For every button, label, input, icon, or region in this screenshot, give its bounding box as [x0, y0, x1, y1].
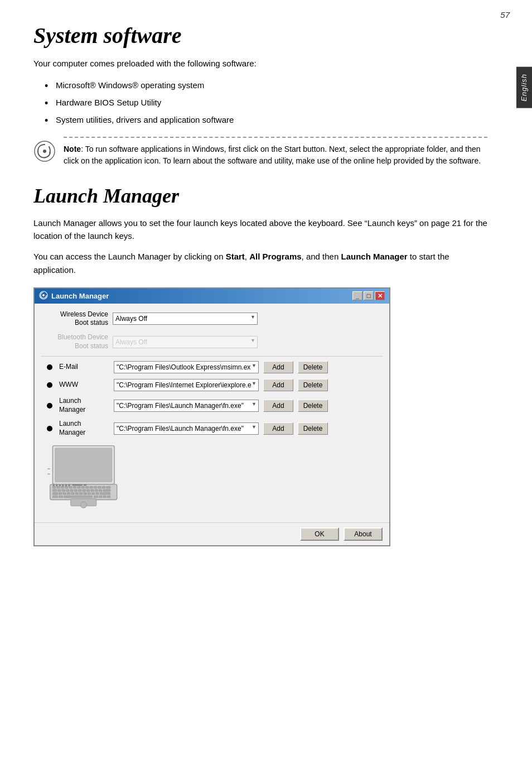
svg-rect-24: [66, 489, 69, 492]
email-add-button[interactable]: Add: [263, 361, 293, 373]
svg-rect-50: [99, 496, 102, 498]
svg-rect-34: [52, 492, 57, 494]
svg-rect-27: [79, 489, 82, 492]
svg-rect-33: [103, 489, 110, 492]
svg-rect-46: [52, 496, 57, 498]
svg-point-1: [43, 150, 46, 153]
www-add-button[interactable]: Add: [263, 379, 293, 391]
launch2-select-wrapper[interactable]: "C:\Program Files\Launch Manager\fn.exe": [114, 422, 259, 435]
launch-manager-para2: You can access the Launch Manager by cli…: [33, 250, 487, 276]
www-bullet: [47, 382, 52, 388]
bluetooth-select-wrapper: Always Off: [113, 336, 258, 348]
svg-rect-11: [69, 486, 72, 488]
launch1-select-wrapper[interactable]: "C:\Program Files\Launch Manager\fn.exe": [114, 400, 259, 412]
svg-rect-45: [100, 492, 110, 494]
email-select[interactable]: "C:\Program Files\Outlook Express\msimn.…: [114, 361, 259, 373]
note-icon: [33, 140, 56, 162]
www-row: WWW "C:\Program Files\Internet Explorer\…: [41, 379, 383, 391]
launch1-label: Launch Manager: [59, 397, 109, 414]
minimize-button[interactable]: _: [352, 291, 362, 300]
window-controls[interactable]: _ □ ✕: [352, 291, 385, 300]
laptop-illustration: [41, 443, 383, 510]
maximize-button[interactable]: □: [364, 291, 374, 300]
www-select[interactable]: "C:\Program Files\Internet Explorer\iexp…: [114, 379, 259, 391]
svg-rect-52: [107, 496, 110, 498]
language-tab: English: [516, 67, 532, 108]
svg-rect-35: [59, 492, 62, 494]
svg-point-54: [80, 502, 86, 508]
svg-point-56: [56, 484, 58, 486]
titlebar: Launch Manager _ □ ✕: [35, 289, 389, 304]
wireless-select-wrapper[interactable]: Always Off: [113, 313, 258, 325]
svg-rect-9: [61, 486, 64, 488]
email-select-wrapper[interactable]: "C:\Program Files\Outlook Express\msimn.…: [114, 361, 259, 373]
launch2-label: Launch Manager: [59, 420, 109, 437]
main-content: System software Your computer comes prel…: [33, 22, 487, 546]
svg-rect-62: [84, 484, 87, 486]
title-left: Launch Manager: [39, 291, 109, 301]
svg-rect-40: [79, 492, 83, 494]
close-button[interactable]: ✕: [375, 291, 385, 300]
launch2-delete-button[interactable]: Delete: [298, 422, 328, 435]
note-box: Note: To run software applications in Wi…: [33, 137, 487, 167]
svg-rect-43: [92, 492, 95, 494]
svg-rect-38: [71, 492, 75, 494]
svg-point-57: [59, 484, 61, 486]
svg-rect-20: [106, 486, 110, 488]
about-button[interactable]: About: [344, 527, 383, 541]
bluetooth-label: Bluetooth DeviceBoot status: [41, 333, 108, 350]
note-body: : To run software applications in Window…: [64, 145, 481, 166]
www-delete-button[interactable]: Delete: [298, 379, 328, 391]
page-number: 57: [500, 10, 510, 20]
svg-rect-36: [63, 492, 66, 494]
launch2-row: Launch Manager "C:\Program Files\Launch …: [41, 420, 383, 437]
svg-rect-37: [67, 492, 70, 494]
note-content: Note: To run software applications in Wi…: [64, 137, 487, 167]
svg-rect-26: [74, 489, 78, 492]
svg-rect-19: [102, 486, 105, 488]
svg-rect-23: [62, 489, 65, 492]
note-label: Note: [64, 145, 81, 153]
list-item: Hardware BIOS Setup Utility: [45, 97, 487, 108]
svg-rect-25: [70, 489, 74, 492]
email-label: E-Mail: [59, 363, 109, 372]
email-row: E-Mail "C:\Program Files\Outlook Express…: [41, 361, 383, 373]
svg-rect-17: [94, 486, 97, 488]
www-select-wrapper[interactable]: "C:\Program Files\Internet Explorer\iexp…: [114, 379, 259, 391]
list-item: System utilities, drivers and applicatio…: [45, 114, 487, 126]
launch1-select[interactable]: "C:\Program Files\Launch Manager\fn.exe": [114, 400, 259, 412]
svg-rect-61: [72, 484, 82, 486]
launch1-add-button[interactable]: Add: [263, 400, 293, 412]
list-item: Microsoft® Windows® operating system: [45, 79, 487, 91]
svg-rect-10: [65, 486, 69, 488]
svg-rect-32: [99, 489, 102, 492]
window-icon: [39, 291, 48, 301]
svg-rect-48: [64, 496, 93, 498]
svg-rect-28: [83, 489, 86, 492]
email-delete-button[interactable]: Delete: [298, 361, 328, 373]
wireless-select[interactable]: Always Off: [113, 313, 258, 325]
svg-rect-39: [75, 492, 79, 494]
launch2-bullet: [47, 426, 52, 431]
svg-point-60: [68, 484, 70, 486]
launch1-delete-button[interactable]: Delete: [298, 400, 328, 412]
window-footer: OK About: [35, 522, 389, 545]
launch2-add-button[interactable]: Add: [263, 422, 293, 435]
svg-point-58: [62, 484, 64, 486]
svg-point-59: [65, 484, 67, 486]
bluetooth-row: Bluetooth DeviceBoot status Always Off: [41, 333, 383, 350]
svg-rect-13: [78, 486, 81, 488]
svg-rect-21: [52, 489, 56, 492]
launch2-select[interactable]: "C:\Program Files\Launch Manager\fn.exe": [114, 422, 259, 435]
note-text: Note: To run software applications in Wi…: [64, 143, 487, 167]
svg-point-55: [52, 484, 55, 486]
ok-button[interactable]: OK: [300, 527, 339, 541]
divider: [41, 356, 383, 357]
svg-point-3: [42, 294, 45, 296]
svg-rect-14: [81, 486, 85, 488]
svg-rect-12: [73, 486, 76, 488]
svg-rect-29: [86, 489, 90, 492]
launch1-bullet: [47, 403, 52, 409]
svg-rect-30: [91, 489, 94, 492]
wireless-row: Wireless DeviceBoot status Always Off: [41, 310, 383, 328]
